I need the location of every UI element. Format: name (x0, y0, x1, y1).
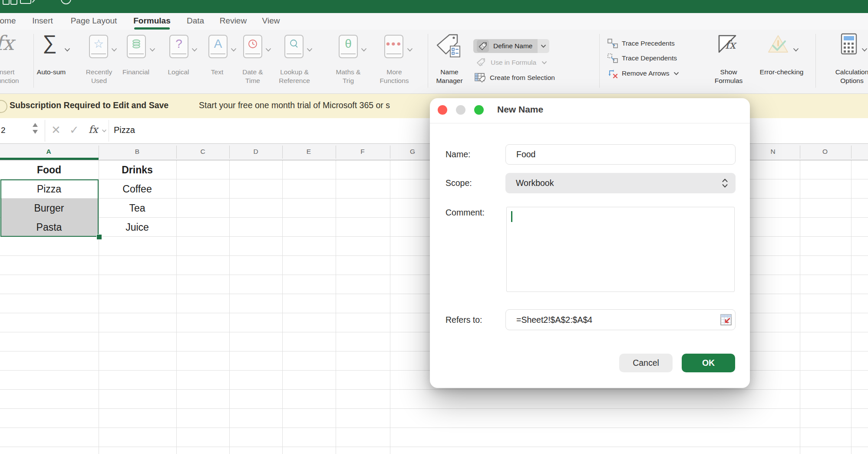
define-name-button[interactable]: Define Name (473, 39, 549, 53)
lookup-label[interactable]: Lookup & (279, 68, 310, 76)
name-manager-icon[interactable] (436, 33, 462, 59)
column-header-o[interactable]: O (822, 148, 828, 156)
tab-data[interactable]: Data (187, 16, 204, 26)
more-functions-label[interactable]: More (380, 68, 409, 76)
redo-icon[interactable] (61, 0, 71, 4)
date-time-icon[interactable] (243, 35, 262, 58)
tab-page-layout[interactable]: Page Layout (71, 16, 117, 26)
text-chevron-icon[interactable] (231, 48, 237, 52)
cell-b4[interactable]: Juice (125, 222, 149, 233)
cancel-button[interactable]: Cancel (619, 354, 673, 372)
calculation-options-label[interactable]: Calculation (835, 68, 868, 76)
trace-dependents-button[interactable]: Trace Dependents (607, 53, 677, 63)
refers-to-input[interactable] (505, 309, 736, 330)
cell-b2[interactable]: Coffee (122, 183, 152, 195)
name-box-stepper[interactable] (32, 123, 38, 134)
insert-function-fx-icon[interactable]: fx (89, 124, 98, 135)
scope-select[interactable]: Workbook (505, 173, 736, 193)
tab-insert[interactable]: Insert (32, 16, 53, 26)
insert-function-label[interactable]: Function (0, 76, 19, 85)
autosum-chevron-icon[interactable] (64, 48, 70, 52)
close-button[interactable] (438, 105, 447, 115)
error-checking-chevron-icon[interactable] (793, 48, 799, 52)
quick-access-icon[interactable] (10, 0, 17, 5)
error-checking-icon[interactable] (767, 34, 789, 56)
tab-formulas[interactable]: Formulas (133, 16, 171, 26)
zoom-button[interactable] (474, 105, 484, 115)
more-functions-chevron-icon[interactable] (407, 48, 413, 52)
lookup-reference-icon[interactable] (284, 35, 304, 58)
autosum-label[interactable]: Auto-sum (37, 68, 66, 76)
maths-trig-icon[interactable]: θ (339, 35, 358, 58)
recently-used-label[interactable]: Recently (86, 68, 112, 76)
name-box[interactable]: 2 (1, 126, 6, 135)
column-header-d[interactable]: D (253, 148, 258, 156)
column-header-f[interactable]: F (360, 148, 364, 156)
confirm-entry-icon[interactable]: ✓ (69, 123, 79, 137)
date-time-label[interactable]: Date & (242, 68, 263, 76)
remove-arrows-button[interactable]: Remove Arrows (607, 68, 679, 79)
fill-handle[interactable] (96, 234, 102, 240)
show-formulas-label[interactable]: Formulas (715, 76, 743, 85)
fx-chevron-icon[interactable] (102, 129, 107, 133)
maths-label[interactable]: Maths & (336, 68, 361, 76)
show-formulas-icon[interactable]: fx (717, 34, 739, 56)
autosum-icon[interactable]: ∑ (43, 30, 57, 54)
banner-trial-link[interactable]: Start your free one month trial of Micro… (199, 100, 390, 110)
lookup-chevron-icon[interactable] (307, 48, 313, 52)
define-name-chevron-icon[interactable] (538, 39, 549, 53)
logical-icon[interactable]: ? (169, 35, 188, 58)
recently-used-chevron-icon[interactable] (111, 48, 117, 52)
cell-b1[interactable]: Drinks (122, 164, 153, 176)
tab-review[interactable]: Review (220, 16, 247, 26)
calculation-options-icon[interactable] (840, 33, 858, 57)
insert-function-label[interactable]: Insert (0, 68, 19, 76)
financial-icon[interactable] (127, 35, 146, 58)
pen-icon[interactable] (32, 0, 38, 3)
date-time-chevron-icon[interactable] (265, 48, 271, 52)
cell-a1[interactable]: Food (37, 164, 61, 176)
insert-function-icon[interactable]: fx (0, 31, 14, 55)
more-functions-label[interactable]: Functions (380, 76, 409, 85)
range-picker-icon[interactable] (720, 314, 732, 326)
error-checking-label[interactable]: Error-checking (760, 68, 804, 76)
recently-used-label[interactable]: Used (86, 76, 112, 85)
remove-arrows-chevron-icon[interactable] (673, 72, 679, 76)
lookup-label[interactable]: Reference (279, 76, 310, 85)
column-header-c[interactable]: C (200, 148, 205, 156)
name-manager-label[interactable]: Manager (436, 76, 462, 85)
print-icon[interactable] (20, 0, 31, 4)
name-input[interactable] (505, 144, 736, 165)
comment-textarea[interactable] (506, 207, 735, 292)
column-header-g[interactable]: G (410, 148, 415, 156)
quick-access-icon[interactable] (3, 0, 10, 5)
calculation-options-label[interactable]: Options (835, 76, 868, 85)
column-header-e[interactable]: E (307, 148, 311, 156)
create-from-selection-button[interactable]: Create from Selection (474, 72, 555, 83)
text-functions-icon[interactable]: A (208, 35, 228, 58)
calculation-options-chevron-icon[interactable] (861, 48, 868, 52)
minimize-button[interactable] (456, 105, 465, 115)
trace-precedents-button[interactable]: Trace Precedents (607, 38, 675, 49)
maths-chevron-icon[interactable] (361, 48, 367, 52)
cell-b3[interactable]: Tea (129, 202, 145, 214)
logical-chevron-icon[interactable] (191, 48, 198, 52)
tab-view[interactable]: View (262, 16, 280, 26)
use-in-formula-button[interactable]: fx Use in Formula (476, 57, 547, 68)
tab-home[interactable]: ome (0, 16, 16, 26)
show-formulas-label[interactable]: Show (715, 68, 743, 76)
formula-input[interactable]: Pizza (114, 125, 135, 135)
text-label[interactable]: Text (211, 68, 223, 76)
maths-label[interactable]: Trig (336, 76, 361, 85)
name-manager-label[interactable]: Name (436, 68, 462, 76)
column-header-b[interactable]: B (135, 148, 139, 156)
cancel-entry-icon[interactable]: ✕ (51, 123, 61, 137)
more-functions-icon[interactable]: ●●● (384, 35, 403, 58)
logical-label[interactable]: Logical (168, 68, 189, 76)
recently-used-icon[interactable]: ☆ (89, 35, 108, 58)
financial-chevron-icon[interactable] (149, 48, 155, 52)
date-time-label[interactable]: Time (242, 76, 263, 85)
column-header-n[interactable]: N (770, 148, 775, 156)
column-header-a[interactable]: A (46, 148, 51, 156)
ok-button[interactable]: OK (682, 354, 735, 372)
